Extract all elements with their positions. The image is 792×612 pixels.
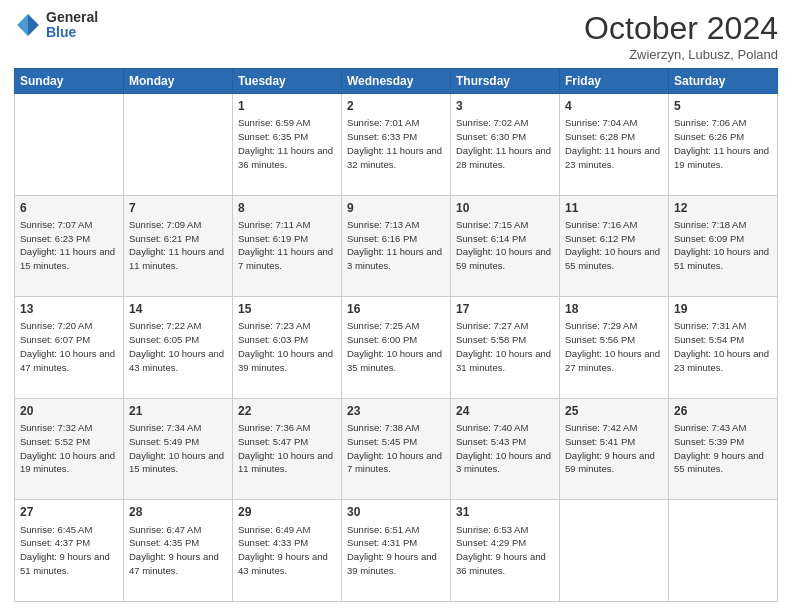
calendar-week-row: 1Sunrise: 6:59 AMSunset: 6:35 PMDaylight… [15,94,778,196]
sunrise-info: Sunrise: 7:36 AM [238,422,310,433]
table-row: 15Sunrise: 7:23 AMSunset: 6:03 PMDayligh… [233,297,342,399]
sunset-info: Sunset: 6:19 PM [238,233,308,244]
daylight-info: Daylight: 9 hours and 36 minutes. [456,551,546,576]
day-number: 13 [20,301,118,317]
sunrise-info: Sunrise: 7:18 AM [674,219,746,230]
day-number: 21 [129,403,227,419]
sunrise-info: Sunrise: 7:31 AM [674,320,746,331]
day-number: 19 [674,301,772,317]
day-number: 1 [238,98,336,114]
day-number: 10 [456,200,554,216]
daylight-info: Daylight: 10 hours and 59 minutes. [456,246,551,271]
sunrise-info: Sunrise: 7:09 AM [129,219,201,230]
day-number: 17 [456,301,554,317]
logo-general-text: General [46,10,98,25]
sunrise-info: Sunrise: 7:02 AM [456,117,528,128]
day-number: 29 [238,504,336,520]
sunset-info: Sunset: 4:29 PM [456,537,526,548]
day-number: 30 [347,504,445,520]
sunset-info: Sunset: 6:30 PM [456,131,526,142]
sunset-info: Sunset: 6:35 PM [238,131,308,142]
day-number: 27 [20,504,118,520]
sunrise-info: Sunrise: 6:53 AM [456,524,528,535]
sunset-info: Sunset: 6:05 PM [129,334,199,345]
table-row: 18Sunrise: 7:29 AMSunset: 5:56 PMDayligh… [560,297,669,399]
logo-text: General Blue [46,10,98,41]
table-row: 7Sunrise: 7:09 AMSunset: 6:21 PMDaylight… [124,195,233,297]
table-row: 20Sunrise: 7:32 AMSunset: 5:52 PMDayligh… [15,398,124,500]
daylight-info: Daylight: 10 hours and 55 minutes. [565,246,660,271]
daylight-info: Daylight: 11 hours and 7 minutes. [238,246,333,271]
daylight-info: Daylight: 11 hours and 36 minutes. [238,145,333,170]
sunset-info: Sunset: 6:26 PM [674,131,744,142]
sunrise-info: Sunrise: 6:49 AM [238,524,310,535]
day-number: 20 [20,403,118,419]
daylight-info: Daylight: 10 hours and 47 minutes. [20,348,115,373]
daylight-info: Daylight: 10 hours and 39 minutes. [238,348,333,373]
day-number: 22 [238,403,336,419]
day-number: 18 [565,301,663,317]
sunset-info: Sunset: 5:47 PM [238,436,308,447]
col-thursday: Thursday [451,69,560,94]
sunset-info: Sunset: 5:43 PM [456,436,526,447]
sunrise-info: Sunrise: 7:25 AM [347,320,419,331]
svg-marker-0 [28,15,39,37]
day-number: 6 [20,200,118,216]
table-row [15,94,124,196]
day-number: 26 [674,403,772,419]
day-number: 25 [565,403,663,419]
sunset-info: Sunset: 6:12 PM [565,233,635,244]
table-row: 29Sunrise: 6:49 AMSunset: 4:33 PMDayligh… [233,500,342,602]
col-wednesday: Wednesday [342,69,451,94]
sunset-info: Sunset: 4:33 PM [238,537,308,548]
table-row: 16Sunrise: 7:25 AMSunset: 6:00 PMDayligh… [342,297,451,399]
sunrise-info: Sunrise: 7:38 AM [347,422,419,433]
table-row: 24Sunrise: 7:40 AMSunset: 5:43 PMDayligh… [451,398,560,500]
table-row [124,94,233,196]
sunset-info: Sunset: 6:14 PM [456,233,526,244]
day-number: 31 [456,504,554,520]
col-friday: Friday [560,69,669,94]
logo-icon [14,11,42,39]
table-row: 26Sunrise: 7:43 AMSunset: 5:39 PMDayligh… [669,398,778,500]
daylight-info: Daylight: 11 hours and 11 minutes. [129,246,224,271]
sunrise-info: Sunrise: 6:51 AM [347,524,419,535]
table-row: 12Sunrise: 7:18 AMSunset: 6:09 PMDayligh… [669,195,778,297]
sunset-info: Sunset: 6:28 PM [565,131,635,142]
daylight-info: Daylight: 10 hours and 51 minutes. [674,246,769,271]
sunset-info: Sunset: 4:35 PM [129,537,199,548]
day-number: 23 [347,403,445,419]
sunset-info: Sunset: 5:52 PM [20,436,90,447]
daylight-info: Daylight: 9 hours and 55 minutes. [674,450,764,475]
table-row: 1Sunrise: 6:59 AMSunset: 6:35 PMDaylight… [233,94,342,196]
sunrise-info: Sunrise: 7:27 AM [456,320,528,331]
table-row: 3Sunrise: 7:02 AMSunset: 6:30 PMDaylight… [451,94,560,196]
daylight-info: Daylight: 10 hours and 35 minutes. [347,348,442,373]
day-number: 9 [347,200,445,216]
daylight-info: Daylight: 10 hours and 7 minutes. [347,450,442,475]
sunrise-info: Sunrise: 6:47 AM [129,524,201,535]
day-number: 2 [347,98,445,114]
sunrise-info: Sunrise: 7:11 AM [238,219,310,230]
day-number: 12 [674,200,772,216]
col-monday: Monday [124,69,233,94]
sunrise-info: Sunrise: 6:59 AM [238,117,310,128]
daylight-info: Daylight: 9 hours and 43 minutes. [238,551,328,576]
sunrise-info: Sunrise: 7:13 AM [347,219,419,230]
day-number: 11 [565,200,663,216]
sunset-info: Sunset: 5:54 PM [674,334,744,345]
table-row: 30Sunrise: 6:51 AMSunset: 4:31 PMDayligh… [342,500,451,602]
sunset-info: Sunset: 5:41 PM [565,436,635,447]
daylight-info: Daylight: 10 hours and 11 minutes. [238,450,333,475]
title-block: October 2024 Zwierzyn, Lubusz, Poland [584,10,778,62]
sunset-info: Sunset: 6:03 PM [238,334,308,345]
col-sunday: Sunday [15,69,124,94]
sunset-info: Sunset: 5:49 PM [129,436,199,447]
sunrise-info: Sunrise: 7:22 AM [129,320,201,331]
col-tuesday: Tuesday [233,69,342,94]
location-subtitle: Zwierzyn, Lubusz, Poland [584,47,778,62]
table-row: 9Sunrise: 7:13 AMSunset: 6:16 PMDaylight… [342,195,451,297]
daylight-info: Daylight: 11 hours and 15 minutes. [20,246,115,271]
calendar-week-row: 13Sunrise: 7:20 AMSunset: 6:07 PMDayligh… [15,297,778,399]
table-row: 4Sunrise: 7:04 AMSunset: 6:28 PMDaylight… [560,94,669,196]
